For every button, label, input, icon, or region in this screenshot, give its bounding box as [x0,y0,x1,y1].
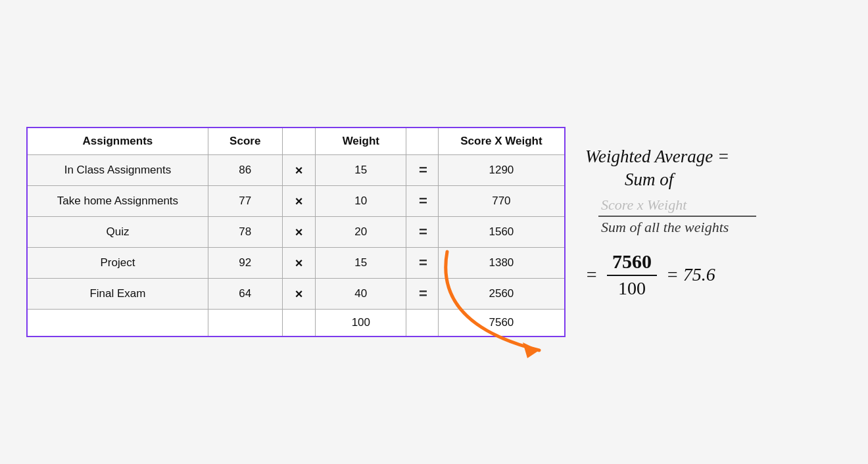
header-score: Score [208,128,282,155]
times-4: × [282,248,316,279]
weighted-average-line1: Weighted Average = [585,147,855,167]
numeric-fraction: 7560 100 [607,250,657,299]
table-row: Take home Assignments 77 × 10 = 770 [27,186,565,217]
orange-arrow-icon [421,245,592,370]
result-equals: = 75.6 [666,264,715,285]
total-empty-assignment [27,310,208,337]
right-panel: Weighted Average = Sum of Score x Weight… [566,127,855,299]
weight-3: 20 [316,217,406,248]
formula-label: Weighted Average = Sum of [585,147,855,190]
weight-2: 10 [316,186,406,217]
assignment-5: Final Exam [27,279,208,310]
sw-1: 1290 [438,155,565,186]
score-2: 77 [208,186,282,217]
table-row: Quiz 78 × 20 = 1560 [27,217,565,248]
numeric-denominator: 100 [613,276,651,299]
score-5: 64 [208,279,282,310]
header-weight: Weight [316,128,406,155]
final-equation: = 7560 100 = 75.6 [585,250,855,299]
header-times-empty [282,128,316,155]
equals-1: = [406,155,439,186]
page-container: Assignments Score Weight Score X Weight … [26,127,842,337]
table-row: In Class Assignments 86 × 15 = 1290 [27,155,565,186]
fraction-denominator-label: Sum of all the weights [598,217,729,236]
total-weight: 100 [316,310,406,337]
header-scoreweight: Score X Weight [438,128,565,155]
equals-2: = [406,186,439,217]
weight-4: 15 [316,248,406,279]
times-2: × [282,186,316,217]
score-3: 78 [208,217,282,248]
formula-fraction: Score x Weight Sum of all the weights [598,197,855,236]
header-equals-empty [406,128,439,155]
weighted-average-line2: Sum of [625,170,855,190]
times-5: × [282,279,316,310]
total-empty-times [282,310,316,337]
weight-5: 40 [316,279,406,310]
times-1: × [282,155,316,186]
score-4: 92 [208,248,282,279]
total-empty-score [208,310,282,337]
weight-1: 15 [316,155,406,186]
equals-3: = [406,217,439,248]
sw-2: 770 [438,186,565,217]
fraction-numerator-label: Score x Weight [598,197,687,216]
numeric-numerator: 7560 [607,250,657,276]
assignment-3: Quiz [27,217,208,248]
assignment-2: Take home Assignments [27,186,208,217]
score-1: 86 [208,155,282,186]
header-assignments: Assignments [27,128,208,155]
svg-marker-0 [523,342,539,358]
times-3: × [282,217,316,248]
sw-3: 1560 [438,217,565,248]
assignment-4: Project [27,248,208,279]
assignment-1: In Class Assignments [27,155,208,186]
